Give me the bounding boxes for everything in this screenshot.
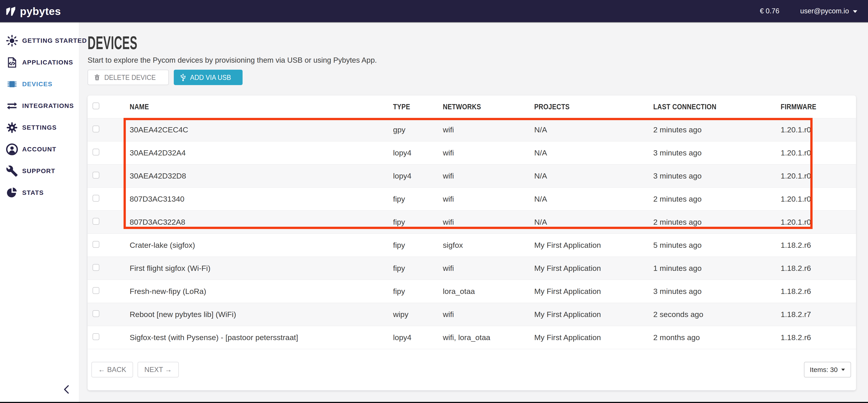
device-row[interactable]: 30AEA42CEC4C gpy wifi N/A 2 minutes ago … <box>88 118 856 141</box>
sidebar-item-integrations[interactable]: INTEGRATIONS <box>0 95 79 117</box>
device-projects-cell: My First Application <box>534 326 653 349</box>
device-row[interactable]: Fresh-new-fipy (LoRa) fipy lora_otaa My … <box>88 280 856 303</box>
device-firmware-cell: 1.20.1.r0 <box>781 118 856 141</box>
row-checkbox[interactable] <box>93 241 99 248</box>
device-row[interactable]: 30AEA42D32A4 lopy4 wifi N/A 3 minutes ag… <box>88 141 856 164</box>
device-firmware-cell: 1.20.1.r0 <box>781 164 856 187</box>
add-via-usb-button[interactable]: ADD VIA USB <box>174 70 243 85</box>
device-projects-cell: N/A <box>534 118 653 141</box>
chevron-left-icon <box>62 384 72 395</box>
trash-icon <box>93 74 101 81</box>
device-name-cell: 30AEA42D32A4 <box>130 141 393 164</box>
actions-toolbar: DELETE DEVICE ADD VIA USB <box>88 70 868 85</box>
device-row[interactable]: 807D3AC31340 fipy wifi N/A 2 minutes ago… <box>88 187 856 211</box>
row-checkbox[interactable] <box>93 333 99 340</box>
device-last-connection-cell: 5 minutes ago <box>653 234 781 257</box>
pagination-bar: ← BACK NEXT → Items: 30 <box>88 349 856 390</box>
device-type-cell: fipy <box>393 257 443 280</box>
sidebar-item-label: GETTING STARTED <box>22 37 87 44</box>
device-projects-cell: My First Application <box>534 303 653 326</box>
device-projects-cell: My First Application <box>534 280 653 303</box>
row-checkbox[interactable] <box>93 218 99 225</box>
device-networks-cell: wifi <box>443 303 534 326</box>
row-checkbox[interactable] <box>93 287 99 294</box>
row-checkbox[interactable] <box>93 195 99 202</box>
devices-table: NAME TYPE NETWORKS PROJECTS LAST CONNECT… <box>88 95 856 349</box>
table-header-row: NAME TYPE NETWORKS PROJECTS LAST CONNECT… <box>88 95 856 118</box>
device-projects-cell: N/A <box>534 141 653 164</box>
sidebar-item-support[interactable]: SUPPORT <box>0 160 79 182</box>
topbar: pybytes € 0.76 user@pycom.io <box>0 0 868 22</box>
column-header-firmware: FIRMWARE <box>781 95 856 118</box>
sidebar-item-devices[interactable]: DEVICES <box>0 73 79 95</box>
row-checkbox[interactable] <box>93 126 99 132</box>
device-name-cell: Sigfox-test (with Pysense) - [pastoor pe… <box>130 326 393 349</box>
device-name-cell: Crater-lake (sigfox) <box>130 234 393 257</box>
column-header-name: NAME <box>130 95 393 118</box>
device-networks-cell: wifi <box>443 187 534 211</box>
items-per-page-dropdown[interactable]: Items: 30 <box>804 362 851 377</box>
device-projects-cell: N/A <box>534 187 653 211</box>
device-row[interactable]: 807D3AC322A8 fipy wifi N/A 2 minutes ago… <box>88 211 856 234</box>
device-name-cell: 30AEA42CEC4C <box>130 118 393 141</box>
row-checkbox[interactable] <box>93 264 99 271</box>
sidebar-item-label: ACCOUNT <box>22 146 56 153</box>
device-firmware-cell: 1.18.2.r6 <box>781 234 856 257</box>
sidebar-item-settings[interactable]: SETTINGS <box>0 117 79 138</box>
caret-down-icon <box>841 368 845 371</box>
row-checkbox[interactable] <box>93 149 99 155</box>
logo-text: pybytes <box>20 5 61 18</box>
sidebar-collapse-button[interactable] <box>62 384 72 396</box>
row-checkbox[interactable] <box>93 310 99 317</box>
device-name-cell: First flight sigfox (Wi-Fi) <box>130 257 393 280</box>
device-row[interactable]: Reboot [new pybytes lib] (WiFi) wipy wif… <box>88 303 856 326</box>
sidebar-item-applications[interactable]: APPLICATIONS <box>0 52 79 73</box>
pie-chart-icon <box>6 186 20 199</box>
select-all-checkbox[interactable] <box>93 102 99 109</box>
device-last-connection-cell: 2 minutes ago <box>653 211 781 234</box>
user-icon <box>6 143 20 156</box>
device-last-connection-cell: 1 minutes ago <box>653 257 781 280</box>
wrench-icon <box>6 165 20 177</box>
sidebar-item-account[interactable]: ACCOUNT <box>0 138 79 160</box>
device-type-cell: fipy <box>393 280 443 303</box>
device-last-connection-cell: 3 minutes ago <box>653 164 781 187</box>
sidebar-item-label: STATS <box>22 189 44 196</box>
device-firmware-cell: 1.20.1.r0 <box>781 187 856 211</box>
device-name-cell: Reboot [new pybytes lib] (WiFi) <box>130 303 393 326</box>
column-header-networks: NETWORKS <box>443 95 534 118</box>
sidebar-item-label: INTEGRATIONS <box>22 102 74 110</box>
pybytes-logo[interactable]: pybytes <box>6 5 61 18</box>
user-menu[interactable]: user@pycom.io <box>800 7 858 15</box>
device-networks-cell: wifi <box>443 211 534 234</box>
device-networks-cell: wifi, lora_otaa <box>443 326 534 349</box>
user-email: user@pycom.io <box>800 7 849 15</box>
next-button[interactable]: NEXT → <box>137 362 179 377</box>
device-table-body: 30AEA42CEC4C gpy wifi N/A 2 minutes ago … <box>88 118 856 349</box>
device-name-cell: 807D3AC322A8 <box>130 211 393 234</box>
device-row[interactable]: Crater-lake (sigfox) fipy sigfox My Firs… <box>88 234 856 257</box>
device-name-cell: 807D3AC31340 <box>130 187 393 211</box>
sidebar-item-getting-started[interactable]: GETTING STARTED <box>0 30 79 52</box>
device-row[interactable]: First flight sigfox (Wi-Fi) fipy wifi My… <box>88 257 856 280</box>
row-checkbox[interactable] <box>93 172 99 179</box>
delete-device-button[interactable]: DELETE DEVICE <box>88 70 169 85</box>
device-networks-cell: wifi <box>443 141 534 164</box>
device-firmware-cell: 1.18.2.r6 <box>781 257 856 280</box>
device-row[interactable]: Sigfox-test (with Pysense) - [pastoor pe… <box>88 326 856 349</box>
back-button[interactable]: ← BACK <box>91 362 133 377</box>
device-row[interactable]: 30AEA42D32D8 lopy4 wifi N/A 3 minutes ag… <box>88 164 856 187</box>
device-type-cell: fipy <box>393 187 443 211</box>
sun-icon <box>6 34 20 47</box>
device-firmware-cell: 1.18.2.r6 <box>781 326 856 349</box>
device-last-connection-cell: 2 minutes ago <box>653 118 781 141</box>
gear-icon <box>6 121 20 134</box>
device-type-cell: gpy <box>393 118 443 141</box>
main-content: DEVICES Start to explore the Pycom devic… <box>79 22 868 402</box>
sidebar: GETTING STARTED APPLICATIONS <box>0 22 79 402</box>
caret-down-icon <box>852 10 858 13</box>
sidebar-item-stats[interactable]: STATS <box>0 182 79 204</box>
usb-icon <box>179 73 187 82</box>
device-type-cell: lopy4 <box>393 141 443 164</box>
page-subtitle: Start to explore the Pycom devices by pr… <box>88 56 868 65</box>
